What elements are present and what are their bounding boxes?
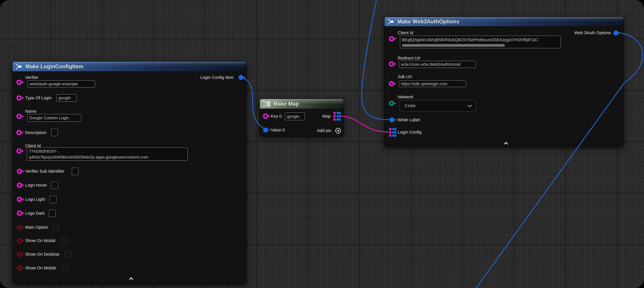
collapse-node-chevron-icon[interactable] [128, 277, 134, 280]
node-make-map[interactable]: Make Map Key 0 Map Value 0 Add pin [260, 99, 344, 136]
verifier-input[interactable] [28, 81, 95, 88]
verifier-sub-identifier-input[interactable] [72, 168, 78, 175]
input-pin-show-on-mobile[interactable] [17, 266, 22, 270]
client-id-input[interactable]: 774338308167- q463s7kpvja16l4l0kko3nb925… [27, 148, 188, 161]
node-title: Make LoginConfigItem [26, 64, 83, 70]
network-selected-value: CYAN [404, 104, 415, 108]
collapse-node-chevron-icon[interactable] [503, 142, 509, 145]
input-pin-verifier[interactable] [16, 80, 22, 85]
pin-label-redirect-url: Redirect Url [398, 55, 420, 61]
pin-label-verifier-sub-identifier: Verifier Sub Identifier [25, 168, 64, 174]
input-pin-name[interactable] [16, 114, 22, 119]
client-id-line2: q463s7kpvja16l4l0kko3nb925ikds2p.apps.go… [27, 154, 187, 160]
client-id-input[interactable] [400, 37, 560, 43]
blueprint-graph-canvas[interactable]: Make LoginConfigItem Login Config Item V… [0, 0, 644, 288]
input-pin-main-option[interactable] [17, 225, 22, 230]
input-pin-client-id[interactable] [389, 36, 394, 41]
input-pin-logo-hover[interactable] [17, 183, 22, 188]
pin-label-value0: Value 0 [271, 127, 285, 133]
logo-hover-input[interactable] [51, 182, 58, 189]
node-header[interactable]: Make LoginConfigItem [12, 62, 246, 72]
input-pin-verifier-sub-identifier[interactable] [17, 169, 22, 174]
input-pin-white-label[interactable] [390, 117, 394, 122]
input-pin-value0[interactable] [263, 127, 268, 132]
node-header[interactable]: Make Map [260, 99, 343, 109]
network-dropdown[interactable]: CYAN [400, 100, 476, 112]
input-pin-login-config[interactable] [389, 128, 396, 137]
pin-label-map: Map [322, 113, 331, 119]
pin-label-client-id: Client Id [398, 30, 413, 36]
add-pin-plus-icon[interactable] [335, 127, 341, 134]
output-pin-web3auth-options[interactable] [614, 31, 618, 36]
input-pin-type-of-login[interactable] [16, 95, 22, 100]
client-id-horizontal-scrollbar[interactable] [402, 44, 505, 47]
redirect-url-input[interactable] [399, 61, 476, 68]
logo-light-input[interactable] [50, 196, 56, 203]
main-option-checkbox[interactable] [53, 224, 59, 230]
pin-label-logo-light: Logo Light [25, 196, 45, 202]
pin-label-network: Network [398, 94, 413, 100]
description-input[interactable] [51, 129, 58, 136]
sdk-url-input[interactable] [399, 81, 466, 87]
pin-label-show-on-mobile: Show On Mobile [25, 265, 56, 271]
input-pin-show-on-modal[interactable] [17, 238, 22, 243]
pin-label-logo-dark: Logo Dark [25, 210, 45, 216]
pin-label-login-config-item: Login Config Item [200, 74, 234, 81]
pin-label-key0: Key 0 [271, 113, 282, 119]
output-pin-map[interactable] [334, 112, 341, 121]
input-pin-sdk-url[interactable] [389, 81, 394, 86]
pin-label-verifier: Verifier [25, 74, 38, 81]
node-make-loginconfigitem[interactable]: Make LoginConfigItem Login Config Item V… [12, 62, 246, 283]
input-pin-description[interactable] [16, 130, 22, 135]
pin-label-description: Description [25, 129, 46, 136]
pin-label-white-label: White Label [398, 117, 420, 123]
pin-label-show-on-modal: Show On Modal [25, 237, 55, 244]
make-map-icon [263, 101, 271, 107]
pin-label-logo-hover: Logo Hover [25, 182, 47, 188]
node-header[interactable]: Make Web3AuthOptions [384, 17, 623, 27]
input-pin-redirect-url[interactable] [389, 62, 394, 67]
chevron-down-icon [467, 105, 472, 107]
node-title: Make Web3AuthOptions [398, 19, 459, 25]
input-pin-client-id[interactable] [16, 149, 22, 154]
key0-input[interactable] [285, 113, 305, 120]
make-struct-icon [16, 63, 23, 70]
type-of-login-input[interactable] [56, 94, 76, 102]
show-on-mobile-checkbox[interactable] [62, 264, 68, 271]
node-make-web3authoptions[interactable]: Make Web3AuthOptions Web 3Auth Options C… [384, 17, 624, 146]
show-on-desktop-checkbox[interactable] [64, 251, 71, 257]
make-struct-icon [388, 18, 395, 25]
node-title: Make Map [273, 101, 299, 107]
client-id-input-box[interactable] [400, 36, 561, 48]
input-pin-network[interactable] [389, 101, 394, 106]
pin-label-sdk-url: Sdk Url [398, 74, 412, 80]
show-on-modal-checkbox[interactable] [61, 237, 67, 244]
logo-dark-input[interactable] [49, 210, 56, 217]
input-pin-logo-dark[interactable] [17, 211, 22, 216]
input-pin-show-on-desktop[interactable] [17, 252, 22, 257]
pin-label-name: Name [25, 108, 36, 114]
name-input[interactable] [27, 114, 81, 122]
pin-label-type-of-login: Type Of Login [25, 95, 52, 101]
pin-label-show-on-desktop: Show On Desktop [25, 251, 59, 257]
input-pin-key0[interactable] [263, 114, 268, 119]
client-id-line1: 774338308167- [27, 148, 187, 154]
pin-label-login-config: Login Config [398, 129, 422, 135]
pin-label-web3auth-options: Web 3Auth Options [574, 30, 611, 36]
add-pin-label[interactable]: Add pin [317, 127, 331, 134]
wire-map-to-login-config[interactable] [341, 116, 388, 132]
output-pin-login-config-item[interactable] [238, 75, 244, 80]
pin-label-main-option: Main Option [25, 224, 48, 230]
input-pin-logo-light[interactable] [17, 197, 22, 202]
